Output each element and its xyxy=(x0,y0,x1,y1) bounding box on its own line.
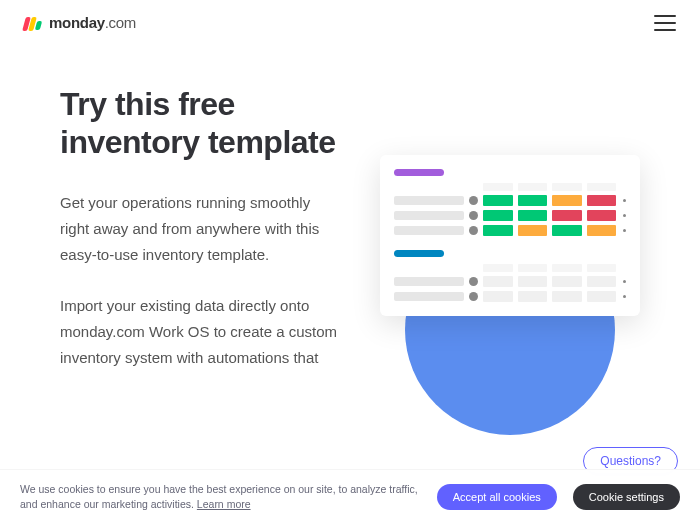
hamburger-menu-icon[interactable] xyxy=(654,15,676,31)
cookie-banner: We use cookies to ensure you have the be… xyxy=(0,469,700,526)
page-title: Try this free inventory template xyxy=(60,85,340,162)
template-board-illustration xyxy=(380,155,640,316)
accept-cookies-button[interactable]: Accept all cookies xyxy=(437,484,557,510)
hero-paragraph-2: Import your existing data directly onto … xyxy=(60,293,340,372)
hero-illustration xyxy=(380,85,640,395)
cookie-text: We use cookies to ensure you have the be… xyxy=(20,482,421,514)
hero-text-column: Try this free inventory template Get you… xyxy=(60,85,340,395)
cookie-settings-button[interactable]: Cookie settings xyxy=(573,484,680,510)
learn-more-link[interactable]: Learn more xyxy=(197,498,251,510)
main-content: Try this free inventory template Get you… xyxy=(0,45,700,395)
brand-logo-mark xyxy=(24,15,41,31)
brand-logo-text: monday.com xyxy=(49,14,136,31)
hero-paragraph-1: Get your operations running smoothly rig… xyxy=(60,190,340,269)
site-header: monday.com xyxy=(0,0,700,45)
brand-logo[interactable]: monday.com xyxy=(24,14,136,31)
